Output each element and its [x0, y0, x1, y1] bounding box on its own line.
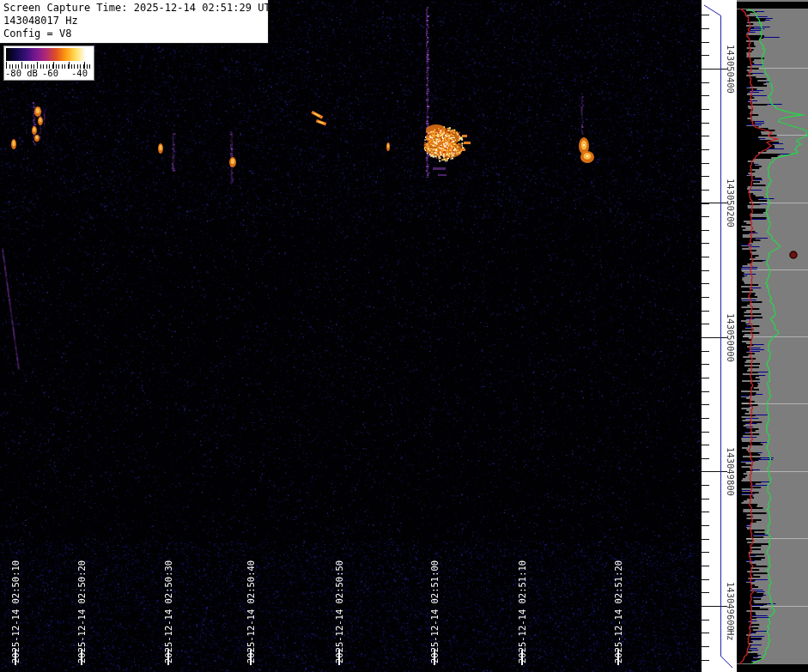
info-box: Screen Capture Time: 2025-12-14 02:51:29… [0, 0, 269, 44]
time-tick [81, 650, 82, 665]
config-text: Config = V8 [3, 27, 264, 40]
freq-label: 143049600 [726, 582, 736, 631]
freq-label: 143049800 [726, 447, 736, 496]
time-label: 2025-12-14 02:50:20 [76, 560, 87, 663]
colorbar: -80 dB-60-40 [3, 45, 94, 81]
center-frequency-text: 143048017 Hz [3, 15, 264, 27]
capture-time-text: Screen Capture Time: 2025-12-14 02:51:29… [3, 2, 264, 15]
time-label: 2025-12-14 02:50:30 [163, 560, 173, 663]
time-tick [15, 650, 16, 665]
time-label: 2025-12-14 02:51:10 [517, 560, 527, 663]
time-label: 2025-12-14 02:51:00 [429, 560, 440, 663]
time-label: 2025-12-14 02:50:50 [334, 560, 344, 663]
time-tick [521, 650, 523, 665]
waterfall-spectrogram-canvas [0, 0, 702, 672]
time-tick [250, 650, 252, 665]
colorbar-label: -80 dB [5, 68, 38, 78]
time-label: 2025-12-14 02:51:20 [613, 560, 623, 663]
colorbar-gradient [6, 48, 86, 61]
freq-label: 143050200 [726, 179, 736, 227]
spectrum-panel-canvas [737, 0, 808, 672]
time-tick [167, 650, 169, 665]
spectrogram-app-window: 2025-12-14 02:50:102025-12-14 02:50:2020… [0, 0, 808, 672]
colorbar-label: -40 [71, 68, 88, 78]
freq-label: Hz [726, 630, 736, 641]
freq-label: 143050000 [726, 313, 736, 362]
time-label: 2025-12-14 02:50:40 [246, 560, 256, 663]
time-tick [434, 650, 435, 665]
time-tick [338, 650, 340, 665]
colorbar-label: -60 [42, 68, 58, 78]
time-tick [617, 650, 619, 665]
time-label: 2025-12-14 02:50:10 [10, 560, 21, 663]
freq-label: 143050400 [726, 45, 736, 94]
